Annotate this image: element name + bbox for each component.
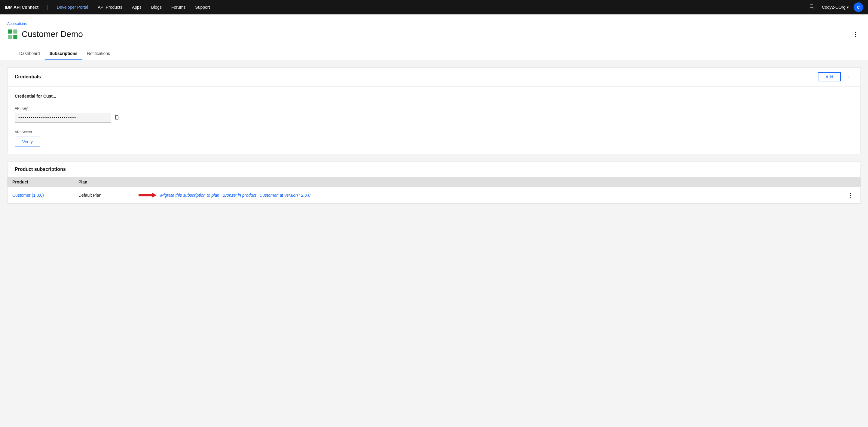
product-subscriptions-title: Product subscriptions xyxy=(15,167,66,172)
api-secret-section: API Secret Verify xyxy=(15,130,853,147)
app-title-row: Customer Demo ⋮ xyxy=(7,28,861,40)
product-link[interactable]: Customer (1.0.0) xyxy=(12,193,79,198)
table-header-row: Product Plan xyxy=(7,177,861,187)
svg-marker-4 xyxy=(138,193,157,198)
user-menu[interactable]: Cody2-COrg ▾ xyxy=(819,5,851,10)
tab-notifications[interactable]: Notifications xyxy=(82,47,115,60)
add-credential-button[interactable]: Add xyxy=(818,72,841,81)
svg-rect-0 xyxy=(8,29,12,34)
api-key-section: API Key xyxy=(15,106,853,123)
row-more-button[interactable]: ⋮ xyxy=(845,191,856,200)
search-icon[interactable] xyxy=(807,2,817,12)
nav-right: Cody2-COrg ▾ C xyxy=(807,2,863,12)
breadcrumb[interactable]: Applications xyxy=(7,22,861,26)
nav-link-apps[interactable]: Apps xyxy=(127,0,146,14)
nav-link-forums[interactable]: Forums xyxy=(166,0,190,14)
svg-rect-2 xyxy=(13,29,18,34)
nav-username: Cody2-COrg xyxy=(822,5,845,10)
api-key-row xyxy=(15,113,853,123)
nav-link-support[interactable]: Support xyxy=(190,0,215,14)
main-content: Credentials Add ⋮ Credential for Cust...… xyxy=(0,60,868,427)
page-header: Applications Customer Demo ⋮ Dashboard S… xyxy=(0,14,868,60)
credentials-actions: Add ⋮ xyxy=(818,72,853,81)
credential-name: Credential for Cust... xyxy=(15,94,56,100)
tab-dashboard[interactable]: Dashboard xyxy=(14,47,45,60)
plan-name: Default Plan xyxy=(79,193,138,198)
page-title: Customer Demo xyxy=(22,29,83,39)
credentials-more-button[interactable]: ⋮ xyxy=(843,72,853,81)
column-header-product: Product xyxy=(12,179,79,185)
migrate-link[interactable]: Migrate this subscription to plan ' Bron… xyxy=(160,193,311,198)
table-row: Customer (1.0.0) Default Plan Migrate th… xyxy=(7,187,861,203)
verify-button[interactable]: Verify xyxy=(15,137,40,147)
avatar[interactable]: C xyxy=(854,2,863,12)
credentials-card-body: Credential for Cust... API Key xyxy=(7,87,861,154)
credentials-title: Credentials xyxy=(15,74,41,79)
copy-icon[interactable] xyxy=(113,114,121,122)
nav-link-api-products[interactable]: API Products xyxy=(93,0,127,14)
nav-portal-link[interactable]: Developer Portal xyxy=(52,5,93,10)
svg-rect-1 xyxy=(8,35,12,39)
page-container: Applications Customer Demo ⋮ Dashboard S… xyxy=(0,14,868,427)
nav-links: API Products Apps Blogs Forums Support xyxy=(93,0,807,14)
svg-rect-3 xyxy=(13,35,18,39)
product-subscriptions-header: Product subscriptions xyxy=(7,162,861,177)
api-secret-label: API Secret xyxy=(15,130,853,134)
nav-link-blogs[interactable]: Blogs xyxy=(146,0,166,14)
migration-area: Migrate this subscription to plan ' Bron… xyxy=(138,192,845,199)
arrow-right-icon xyxy=(138,192,157,199)
subscriptions-table: Product Plan Customer (1.0.0) Default Pl… xyxy=(7,177,861,203)
app-icon xyxy=(7,29,18,40)
api-key-input[interactable] xyxy=(15,113,111,123)
tabs: Dashboard Subscriptions Notifications xyxy=(7,47,861,60)
api-key-label: API Key xyxy=(15,106,853,110)
credentials-card: Credentials Add ⋮ Credential for Cust...… xyxy=(7,67,861,154)
top-navigation: IBM API Connect | Developer Portal API P… xyxy=(0,0,868,14)
nav-brand: IBM API Connect xyxy=(5,5,43,10)
product-subscriptions-card: Product subscriptions Product Plan Custo… xyxy=(7,162,861,204)
nav-divider: | xyxy=(43,4,52,10)
credentials-card-header: Credentials Add ⋮ xyxy=(7,68,861,87)
chevron-down-icon: ▾ xyxy=(847,5,849,10)
column-header-plan: Plan xyxy=(79,179,856,185)
tab-subscriptions[interactable]: Subscriptions xyxy=(45,47,82,60)
header-more-button[interactable]: ⋮ xyxy=(850,28,861,40)
